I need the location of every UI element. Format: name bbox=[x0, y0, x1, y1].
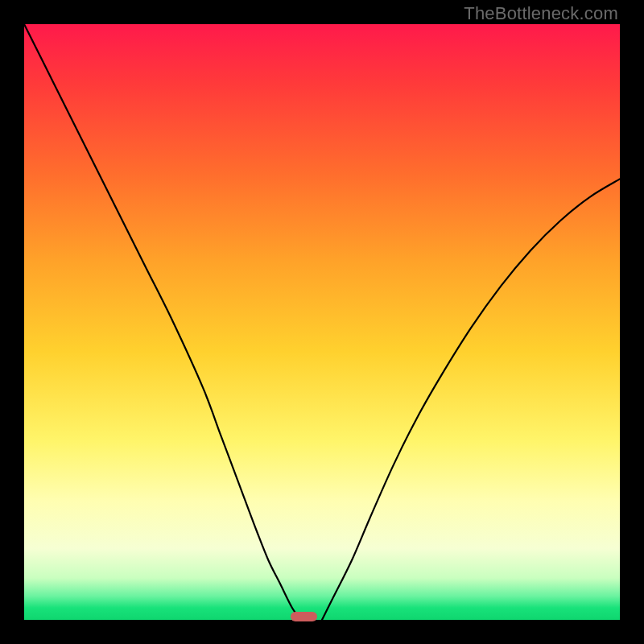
left-branch-curve bbox=[24, 24, 301, 620]
watermark-text: TheBottleneck.com bbox=[464, 3, 618, 24]
curve-layer bbox=[24, 24, 620, 620]
optimal-marker bbox=[291, 612, 317, 621]
right-branch-curve bbox=[322, 179, 620, 620]
outer-frame: TheBottleneck.com bbox=[0, 0, 644, 644]
